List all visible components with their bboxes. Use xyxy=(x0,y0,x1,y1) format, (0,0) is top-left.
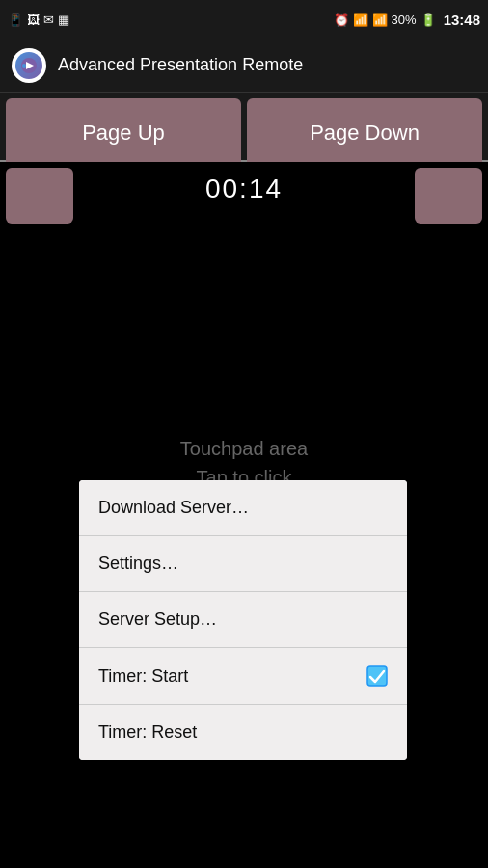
menu-timer-reset[interactable]: Timer: Reset xyxy=(79,705,407,760)
page-up-button[interactable]: Page Up xyxy=(6,98,241,168)
timer-start-checkbox xyxy=(366,665,388,687)
bottom-side-left-upper[interactable] xyxy=(6,168,73,224)
page-down-button[interactable]: Page Down xyxy=(247,98,482,168)
context-menu: Download Server… Settings… Server Setup…… xyxy=(79,480,407,760)
menu-download-server-label: Download Server… xyxy=(98,498,249,518)
menu-settings-label: Settings… xyxy=(98,554,178,574)
title-bar: Advanced Presentation Remote xyxy=(0,39,488,93)
timer-display: 00:14 xyxy=(205,174,283,204)
status-time: 13:48 xyxy=(444,12,480,28)
signal-icon: 📶 xyxy=(372,13,388,27)
app-title: Advanced Presentation Remote xyxy=(58,55,303,75)
status-right-icons: ⏰ 📶 📶 30% 🔋 13:48 xyxy=(334,12,480,28)
menu-server-setup-label: Server Setup… xyxy=(98,610,217,630)
battery-icon: 🔋 xyxy=(420,13,436,27)
menu-timer-start-label: Timer: Start xyxy=(98,666,188,687)
menu-download-server[interactable]: Download Server… xyxy=(79,480,407,536)
app-logo xyxy=(12,48,46,83)
status-left-icons: 📱 🖼 ✉ ▦ xyxy=(8,13,69,27)
app-logo-inner xyxy=(15,52,42,79)
menu-timer-reset-label: Timer: Reset xyxy=(98,722,197,743)
notification-icon-4: ▦ xyxy=(58,13,69,27)
notification-icon-1: 📱 xyxy=(8,13,23,27)
menu-server-setup[interactable]: Server Setup… xyxy=(79,592,407,648)
nav-buttons: Page Up Page Down xyxy=(0,93,488,162)
notification-icon-3: ✉ xyxy=(43,13,54,27)
alarm-icon: ⏰ xyxy=(334,13,349,27)
logo-svg xyxy=(19,56,39,75)
menu-settings[interactable]: Settings… xyxy=(79,536,407,592)
status-bar: 📱 🖼 ✉ ▦ ⏰ 📶 📶 30% 🔋 13:48 xyxy=(0,0,488,39)
bottom-side-right-upper[interactable] xyxy=(415,168,482,224)
menu-timer-start[interactable]: Timer: Start xyxy=(79,648,407,705)
touchpad-line1: Touchpad area xyxy=(151,434,336,463)
main-container: 00:14 Touchpad area Tap to click Long-ta… xyxy=(0,162,488,868)
svg-point-2 xyxy=(22,64,26,68)
wifi-icon: 📶 xyxy=(353,13,368,27)
notification-icon-2: 🖼 xyxy=(27,13,40,27)
battery-text: 30% xyxy=(392,13,417,27)
